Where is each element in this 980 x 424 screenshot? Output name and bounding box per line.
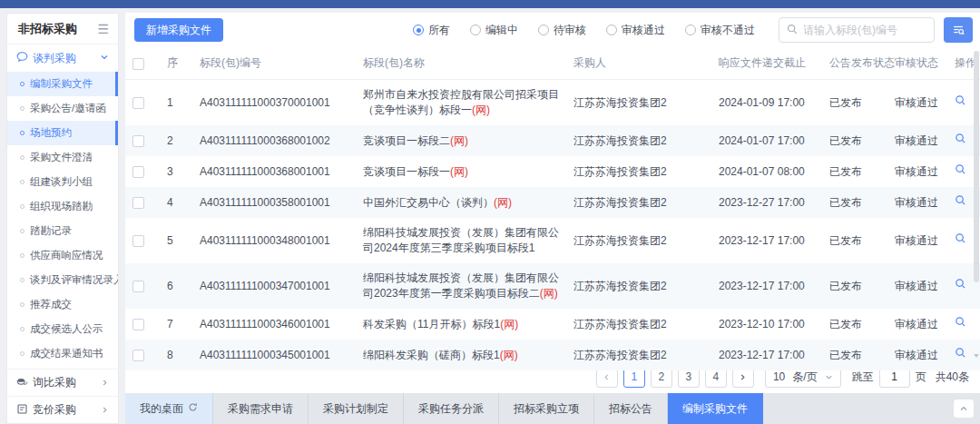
coins-icon xyxy=(16,376,28,390)
row-checkbox[interactable] xyxy=(132,350,144,361)
footer-tab-label: 招标公告 xyxy=(609,401,652,417)
cell-code: A403111111000347001001 xyxy=(200,280,330,292)
sidebar-item-label: 采购公告/邀请函 xyxy=(30,102,106,115)
sidebar-item-9[interactable]: 推荐成交 xyxy=(7,292,118,317)
row-checkbox[interactable] xyxy=(132,166,144,178)
table-row: 1 A403111111000370001001 郑州市自来水投资控股有限公司招… xyxy=(125,80,980,126)
refresh-icon[interactable] xyxy=(188,402,198,415)
radio-label: 编辑中 xyxy=(485,23,518,38)
table-row: 7 A403111111000346001001 科发采购（11月开标）标段1(… xyxy=(125,309,980,340)
scrollbar-thumb[interactable] xyxy=(974,51,979,282)
table-scrollbar[interactable] xyxy=(974,51,979,348)
cell-publish-status: 已发布 xyxy=(829,234,862,247)
status-filter-0[interactable]: 所有 xyxy=(413,23,450,38)
content-panel: 新增采购文件 所有 编辑中 待审核 审核通过 审核不通过 xyxy=(125,13,980,393)
sidebar-item-3[interactable]: 采购文件澄清 xyxy=(7,145,118,170)
sidebar-item-11[interactable]: 成交结果通知书 xyxy=(7,341,118,366)
sidebar-group-bidding[interactable]: 竞价采购 xyxy=(7,396,118,423)
footer-tab-1[interactable]: 采购需求申请 xyxy=(213,393,309,424)
row-checkbox[interactable] xyxy=(132,197,144,209)
cell-buyer: 江苏苏海投资集团2 xyxy=(573,165,667,178)
cell-deadline: 2024-01-07 17:00 xyxy=(719,134,805,147)
status-filter-4[interactable]: 审核不通过 xyxy=(685,23,755,38)
chevron-right-icon xyxy=(101,377,109,389)
sidebar-title: 非招标采购 xyxy=(18,21,77,37)
cell-publish-status: 已发布 xyxy=(829,165,862,178)
sidebar-item-label: 成交结果通知书 xyxy=(30,347,103,360)
cell-audit-status: 审核通过 xyxy=(895,349,938,361)
footer-tab-6[interactable]: 编制采购文件 xyxy=(668,393,763,424)
view-detail-icon[interactable] xyxy=(955,232,966,249)
row-checkbox[interactable] xyxy=(132,235,144,247)
cell-audit-status: 审核通过 xyxy=(895,96,938,109)
cell-code: A403111111000368001002 xyxy=(200,134,330,147)
view-detail-icon[interactable] xyxy=(955,194,966,211)
sidebar-item-label: 组织现场踏勘 xyxy=(30,200,93,213)
hamburger-icon[interactable]: ☰ xyxy=(97,22,109,36)
select-all-checkbox[interactable] xyxy=(132,58,144,70)
footer-tab-label: 招标采购立项 xyxy=(514,401,579,417)
footer-tabs: 我的桌面 采购需求申请 采购计划制定 采购任务分派 招标采购立项 招标公告 编制… xyxy=(125,393,763,424)
view-detail-icon[interactable] xyxy=(955,347,966,363)
view-detail-icon[interactable] xyxy=(955,94,966,111)
sidebar-sub-list: 编制采购文件 采购公告/邀请函 场地预约 采购文件澄清 组建谈判小组 组织现场踏… xyxy=(7,72,118,369)
advanced-search-button[interactable] xyxy=(944,17,973,43)
footer-tab-5[interactable]: 招标公告 xyxy=(594,393,668,424)
cell-name: 郑州市自来水投资控股有限公司招采项目（竞争性谈判）标段一 xyxy=(363,88,559,116)
cell-publish-status: 已发布 xyxy=(829,96,862,109)
scrollbar-down-arrow[interactable] xyxy=(974,354,979,358)
sidebar-item-1[interactable]: 采购公告/邀请函 xyxy=(7,96,118,121)
table-row: 4 A403111111000358001001 中国外汇交易中心（谈判）(网)… xyxy=(125,187,980,218)
table-row: 2 A403111111000368001002 竞谈项目一标段二(网) 江苏苏… xyxy=(125,125,980,156)
table-body: 1 A403111111000370001001 郑州市自来水投资控股有限公司招… xyxy=(125,80,980,371)
cell-no: 6 xyxy=(167,280,173,292)
radio-label: 审核通过 xyxy=(622,23,665,38)
footer-tab-4[interactable]: 招标采购立项 xyxy=(499,393,594,424)
sidebar-item-5[interactable]: 组织现场踏勘 xyxy=(7,194,118,219)
cell-publish-status: 已发布 xyxy=(829,196,862,209)
row-checkbox[interactable] xyxy=(132,135,144,147)
sidebar-item-10[interactable]: 成交候选人公示 xyxy=(7,317,118,341)
footer-tab-label: 采购任务分派 xyxy=(418,401,484,417)
sidebar-item-label: 编制采购文件 xyxy=(30,77,93,91)
view-detail-icon[interactable] xyxy=(955,278,966,294)
search-input[interactable] xyxy=(803,24,926,36)
row-checkbox[interactable] xyxy=(132,319,144,330)
sidebar-item-0[interactable]: 编制采购文件 xyxy=(7,72,118,96)
cell-code: A403111111000368001001 xyxy=(200,165,330,178)
footer-tab-3[interactable]: 采购任务分派 xyxy=(404,393,499,424)
sidebar-group-inquiry[interactable]: 询比采购 xyxy=(7,369,118,396)
cell-code: A403111111000358001001 xyxy=(200,196,330,209)
sidebar-item-6[interactable]: 踏勘记录 xyxy=(7,219,118,243)
view-detail-icon[interactable] xyxy=(955,133,966,149)
cell-buyer: 江苏苏海投资集团2 xyxy=(573,349,667,361)
new-procurement-file-button[interactable]: 新增采购文件 xyxy=(134,18,223,42)
col-buyer: 采购人 xyxy=(566,47,711,80)
status-filter-3[interactable]: 审核通过 xyxy=(606,23,665,38)
row-checkbox[interactable] xyxy=(132,281,144,292)
footer-tab-2[interactable]: 采购计划制定 xyxy=(309,393,404,424)
sidebar-item-4[interactable]: 组建谈判小组 xyxy=(7,170,118,194)
status-filter-2[interactable]: 待审核 xyxy=(538,23,586,38)
row-checkbox[interactable] xyxy=(132,97,144,109)
bullet-icon xyxy=(20,131,24,135)
sidebar-item-2[interactable]: 场地预约 xyxy=(7,121,118,145)
bullet-icon xyxy=(20,180,24,184)
cell-name: 科发采购（11月开标）标段1 xyxy=(363,318,500,330)
sidebar-item-label: 推荐成交 xyxy=(30,298,72,311)
footer-tab-0[interactable]: 我的桌面 xyxy=(125,393,213,424)
cell-audit-status: 审核通过 xyxy=(895,318,938,330)
status-filter-1[interactable]: 编辑中 xyxy=(470,23,518,38)
view-detail-icon[interactable] xyxy=(955,316,966,332)
cell-online-tag: (网) xyxy=(500,349,518,361)
collapse-button[interactable] xyxy=(953,399,975,419)
view-detail-icon[interactable] xyxy=(955,163,966,180)
bullet-icon xyxy=(20,302,24,307)
sidebar-group-negotiation[interactable]: 谈判采购 xyxy=(7,44,118,72)
table-row: 8 A403111111000345001001 绵阳科发采购（磋商）标段1(网… xyxy=(125,340,980,370)
sidebar-item-8[interactable]: 谈判及评审情况录入 xyxy=(7,268,118,292)
radio-icon xyxy=(685,25,696,35)
cell-code: A403111111000370001001 xyxy=(200,96,330,109)
cell-deadline: 2024-01-09 17:00 xyxy=(719,96,805,109)
sidebar-item-7[interactable]: 供应商响应情况 xyxy=(7,243,118,268)
